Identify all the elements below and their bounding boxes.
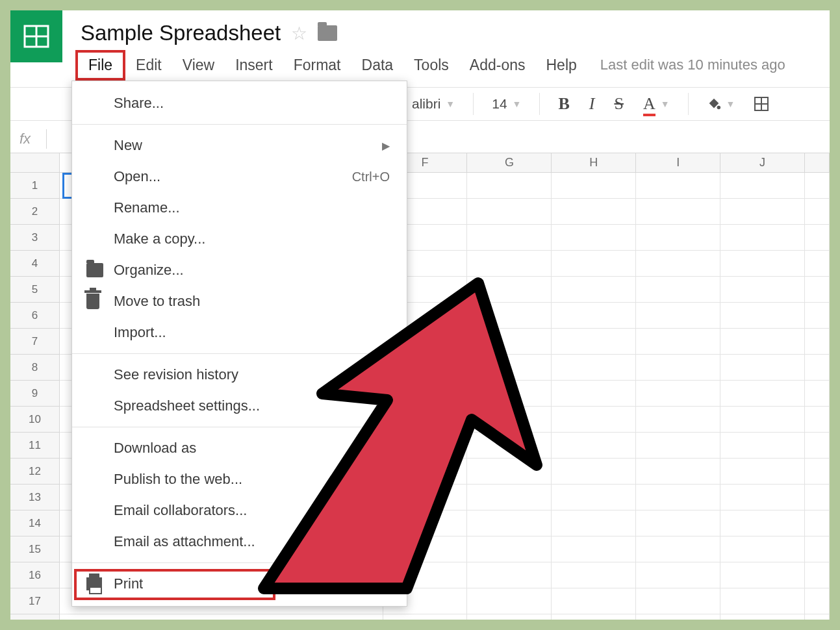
cell[interactable] xyxy=(552,277,636,303)
row-header[interactable]: 11 xyxy=(10,433,60,459)
cell[interactable] xyxy=(805,562,830,588)
bold-button[interactable]: B xyxy=(552,92,576,116)
row-header[interactable]: 17 xyxy=(10,588,60,614)
cell[interactable] xyxy=(636,459,720,485)
menu-item-move-to-trash[interactable]: Move to trash xyxy=(72,286,407,317)
cell[interactable] xyxy=(467,225,552,251)
row-header[interactable]: 5 xyxy=(10,277,60,303)
cell[interactable] xyxy=(467,251,552,277)
cell[interactable] xyxy=(552,588,636,614)
row-header[interactable]: 16 xyxy=(10,562,60,588)
cell[interactable] xyxy=(552,303,636,329)
menu-file[interactable]: File xyxy=(75,50,125,81)
cell[interactable] xyxy=(805,536,830,562)
cell[interactable] xyxy=(467,562,552,588)
menu-item-import[interactable]: Import... xyxy=(72,317,407,348)
menu-item-make-copy[interactable]: Make a copy... xyxy=(72,223,407,255)
cell[interactable] xyxy=(552,251,636,277)
cell[interactable] xyxy=(636,381,720,407)
cell[interactable] xyxy=(467,355,552,381)
cell[interactable] xyxy=(636,173,720,199)
cell[interactable] xyxy=(552,381,636,407)
cell[interactable] xyxy=(805,173,830,199)
select-all-cell[interactable] xyxy=(10,153,60,173)
cell[interactable] xyxy=(805,459,830,485)
cell[interactable] xyxy=(467,510,552,536)
cell[interactable] xyxy=(467,536,552,562)
menu-item-publish-web[interactable]: Publish to the web... xyxy=(72,464,407,495)
cell[interactable] xyxy=(552,407,636,433)
cell[interactable] xyxy=(805,381,830,407)
row-header[interactable]: 14 xyxy=(10,510,60,536)
document-title[interactable]: Sample Spreadsheet xyxy=(81,21,281,45)
column-header[interactable]: G xyxy=(467,153,552,173)
menu-item-print[interactable]: PrintCtrl+P xyxy=(72,568,407,599)
cell[interactable] xyxy=(552,459,636,485)
font-select[interactable]: alibri ▼ xyxy=(405,94,461,114)
cell[interactable] xyxy=(552,433,636,459)
row-header[interactable]: 12 xyxy=(10,459,60,485)
cell[interactable] xyxy=(720,485,805,510)
cell[interactable] xyxy=(467,381,552,407)
cell[interactable] xyxy=(720,381,805,407)
cell[interactable] xyxy=(552,225,636,251)
cell[interactable] xyxy=(636,562,720,588)
cell[interactable] xyxy=(636,329,720,355)
cell[interactable] xyxy=(720,355,805,381)
cell[interactable] xyxy=(467,407,552,433)
font-size-select[interactable]: 14 ▼ xyxy=(485,94,528,114)
row-header[interactable]: 15 xyxy=(10,536,60,562)
cell[interactable] xyxy=(467,433,552,459)
cell[interactable] xyxy=(636,355,720,381)
row-header[interactable]: 1 xyxy=(10,173,60,199)
cell[interactable] xyxy=(805,225,830,251)
folder-icon[interactable] xyxy=(318,25,337,41)
cell[interactable] xyxy=(467,459,552,485)
row-header[interactable]: 4 xyxy=(10,251,60,277)
cell[interactable] xyxy=(552,510,636,536)
row-header[interactable]: 2 xyxy=(10,199,60,225)
cell[interactable] xyxy=(720,251,805,277)
cell[interactable] xyxy=(805,407,830,433)
cell[interactable] xyxy=(467,485,552,510)
cell[interactable] xyxy=(467,199,552,225)
cell[interactable] xyxy=(636,303,720,329)
column-header[interactable]: J xyxy=(720,153,805,173)
cell[interactable] xyxy=(720,303,805,329)
cell[interactable] xyxy=(60,614,383,630)
cell[interactable] xyxy=(805,251,830,277)
menu-addons[interactable]: Add-ons xyxy=(459,53,536,78)
text-color-button[interactable]: A ▼ xyxy=(637,92,676,116)
cell[interactable] xyxy=(467,303,552,329)
cell[interactable] xyxy=(552,355,636,381)
row-header[interactable]: 8 xyxy=(10,355,60,381)
cell[interactable] xyxy=(467,173,552,199)
cell[interactable] xyxy=(805,485,830,510)
cell[interactable] xyxy=(467,614,552,630)
menu-item-download-as[interactable]: Download as xyxy=(72,433,407,464)
cell[interactable] xyxy=(805,510,830,536)
cell[interactable] xyxy=(383,614,468,630)
cell[interactable] xyxy=(805,329,830,355)
cell[interactable] xyxy=(636,614,720,630)
cell[interactable] xyxy=(720,510,805,536)
menu-item-spreadsheet-settings[interactable]: Spreadsheet settings... xyxy=(72,390,407,422)
menu-view[interactable]: View xyxy=(172,53,225,78)
cell[interactable] xyxy=(720,199,805,225)
cell[interactable] xyxy=(636,510,720,536)
cell[interactable] xyxy=(636,433,720,459)
cell[interactable] xyxy=(805,355,830,381)
cell[interactable] xyxy=(636,277,720,303)
cell[interactable] xyxy=(636,536,720,562)
column-header[interactable] xyxy=(805,153,830,173)
cell[interactable] xyxy=(552,562,636,588)
menu-item-open[interactable]: Open...Ctrl+O xyxy=(72,161,407,192)
cell[interactable] xyxy=(720,433,805,459)
column-header[interactable]: I xyxy=(636,153,720,173)
cell[interactable] xyxy=(805,588,830,614)
italic-button[interactable]: I xyxy=(583,92,602,116)
cell[interactable] xyxy=(552,329,636,355)
menu-item-email-collaborators[interactable]: Email collaborators... xyxy=(72,495,407,526)
row-header[interactable]: 3 xyxy=(10,225,60,251)
menu-item-new[interactable]: New▶ xyxy=(72,130,407,161)
